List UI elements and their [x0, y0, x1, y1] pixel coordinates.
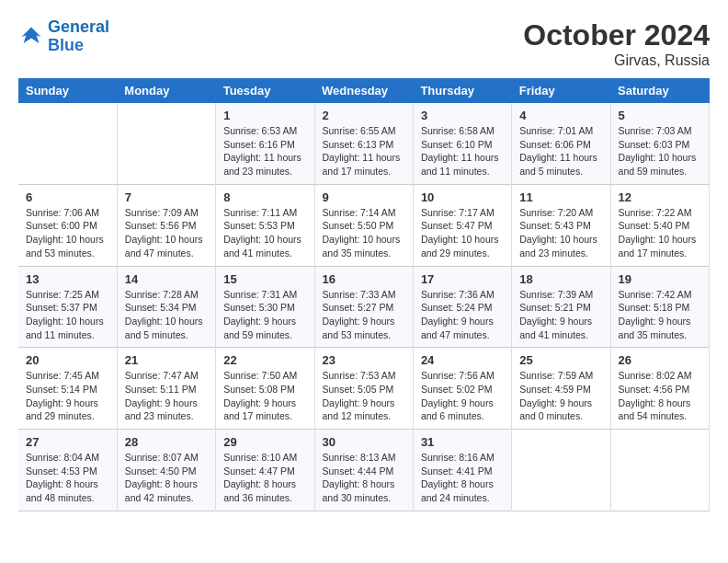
- day-of-week-header: Friday: [512, 78, 610, 103]
- day-number: 31: [421, 435, 504, 449]
- day-details: Sunrise: 7:14 AMSunset: 5:50 PMDaylight:…: [323, 206, 405, 260]
- calendar-day-cell: 4Sunrise: 7:01 AMSunset: 6:06 PMDaylight…: [512, 103, 610, 184]
- day-of-week-header: Wednesday: [314, 78, 413, 103]
- day-details: Sunrise: 7:06 AMSunset: 6:00 PMDaylight:…: [26, 206, 109, 260]
- day-number: 1: [223, 109, 306, 122]
- day-details: Sunrise: 7:17 AMSunset: 5:47 PMDaylight:…: [421, 206, 504, 260]
- day-number: 25: [519, 353, 602, 367]
- day-details: Sunrise: 8:16 AMSunset: 4:41 PMDaylight:…: [421, 451, 504, 505]
- day-details: Sunrise: 7:42 AMSunset: 5:18 PMDaylight:…: [619, 288, 701, 342]
- day-number: 24: [421, 353, 504, 367]
- day-number: 26: [619, 353, 701, 367]
- calendar-week-row: 27Sunrise: 8:04 AMSunset: 4:53 PMDayligh…: [18, 430, 710, 511]
- calendar-day-cell: 11Sunrise: 7:20 AMSunset: 5:43 PMDayligh…: [512, 184, 610, 266]
- day-number: 9: [323, 190, 405, 204]
- calendar-day-cell: 20Sunrise: 7:45 AMSunset: 5:14 PMDayligh…: [18, 348, 117, 430]
- day-of-week-header: Thursday: [413, 78, 511, 103]
- day-number: 18: [519, 272, 602, 286]
- logo-line1: General: [48, 17, 109, 36]
- calendar-day-cell: 22Sunrise: 7:50 AMSunset: 5:08 PMDayligh…: [216, 348, 314, 430]
- day-number: 7: [125, 190, 208, 204]
- calendar-header-row: SundayMondayTuesdayWednesdayThursdayFrid…: [18, 78, 710, 103]
- calendar-day-cell: 2Sunrise: 6:55 AMSunset: 6:13 PMDaylight…: [314, 103, 413, 184]
- day-number: 21: [125, 353, 208, 367]
- day-number: 14: [125, 272, 208, 286]
- location-subtitle: Girvas, Russia: [523, 52, 710, 69]
- calendar-day-cell: 27Sunrise: 8:04 AMSunset: 4:53 PMDayligh…: [18, 430, 117, 511]
- day-details: Sunrise: 7:31 AMSunset: 5:30 PMDaylight:…: [223, 288, 306, 342]
- day-details: Sunrise: 7:47 AMSunset: 5:11 PMDaylight:…: [125, 369, 208, 423]
- day-of-week-header: Sunday: [18, 78, 117, 103]
- title-block: October 2024 Girvas, Russia: [523, 18, 710, 69]
- calendar-day-cell: [512, 430, 610, 511]
- calendar-week-row: 1Sunrise: 6:53 AMSunset: 6:16 PMDaylight…: [18, 103, 710, 184]
- calendar-day-cell: 19Sunrise: 7:42 AMSunset: 5:18 PMDayligh…: [610, 266, 709, 348]
- calendar-day-cell: 15Sunrise: 7:31 AMSunset: 5:30 PMDayligh…: [216, 266, 314, 348]
- calendar-day-cell: 3Sunrise: 6:58 AMSunset: 6:10 PMDaylight…: [413, 103, 511, 184]
- day-number: 20: [26, 353, 109, 367]
- calendar-day-cell: 12Sunrise: 7:22 AMSunset: 5:40 PMDayligh…: [610, 184, 709, 266]
- day-details: Sunrise: 7:01 AMSunset: 6:06 PMDaylight:…: [519, 124, 602, 178]
- logo-icon: [18, 24, 44, 50]
- day-details: Sunrise: 7:03 AMSunset: 6:03 PMDaylight:…: [619, 124, 701, 178]
- day-of-week-header: Tuesday: [216, 78, 314, 103]
- day-number: 6: [26, 190, 109, 204]
- day-details: Sunrise: 7:28 AMSunset: 5:34 PMDaylight:…: [125, 288, 208, 342]
- day-number: 23: [323, 353, 405, 367]
- calendar-day-cell: 17Sunrise: 7:36 AMSunset: 5:24 PMDayligh…: [413, 266, 511, 348]
- calendar-day-cell: 28Sunrise: 8:07 AMSunset: 4:50 PMDayligh…: [117, 430, 215, 511]
- day-number: 3: [421, 109, 504, 122]
- calendar-week-row: 20Sunrise: 7:45 AMSunset: 5:14 PMDayligh…: [18, 348, 710, 430]
- day-number: 19: [619, 272, 701, 286]
- day-number: 15: [223, 272, 306, 286]
- calendar-day-cell: 6Sunrise: 7:06 AMSunset: 6:00 PMDaylight…: [18, 184, 117, 266]
- day-number: 16: [323, 272, 405, 286]
- calendar-table: SundayMondayTuesdayWednesdayThursdayFrid…: [18, 78, 710, 511]
- calendar-day-cell: 7Sunrise: 7:09 AMSunset: 5:56 PMDaylight…: [117, 184, 215, 266]
- day-details: Sunrise: 7:39 AMSunset: 5:21 PMDaylight:…: [519, 288, 602, 342]
- day-number: 2: [323, 109, 405, 122]
- day-details: Sunrise: 8:02 AMSunset: 4:56 PMDaylight:…: [619, 369, 701, 423]
- day-details: Sunrise: 7:09 AMSunset: 5:56 PMDaylight:…: [125, 206, 208, 260]
- day-details: Sunrise: 7:45 AMSunset: 5:14 PMDaylight:…: [26, 369, 109, 423]
- day-number: 29: [223, 435, 306, 449]
- day-number: 12: [619, 190, 701, 204]
- svg-marker-0: [22, 27, 41, 43]
- calendar-day-cell: [610, 430, 709, 511]
- day-number: 8: [223, 190, 306, 204]
- logo-text: General Blue: [48, 18, 109, 55]
- day-details: Sunrise: 7:36 AMSunset: 5:24 PMDaylight:…: [421, 288, 504, 342]
- calendar-day-cell: 14Sunrise: 7:28 AMSunset: 5:34 PMDayligh…: [117, 266, 215, 348]
- day-details: Sunrise: 7:56 AMSunset: 5:02 PMDaylight:…: [421, 369, 504, 423]
- calendar-day-cell: 31Sunrise: 8:16 AMSunset: 4:41 PMDayligh…: [413, 430, 511, 511]
- day-details: Sunrise: 7:11 AMSunset: 5:53 PMDaylight:…: [223, 206, 306, 260]
- day-details: Sunrise: 7:50 AMSunset: 5:08 PMDaylight:…: [223, 369, 306, 423]
- calendar-day-cell: 5Sunrise: 7:03 AMSunset: 6:03 PMDaylight…: [610, 103, 709, 184]
- calendar-day-cell: [18, 103, 117, 184]
- calendar-day-cell: 25Sunrise: 7:59 AMSunset: 4:59 PMDayligh…: [512, 348, 610, 430]
- calendar-day-cell: 10Sunrise: 7:17 AMSunset: 5:47 PMDayligh…: [413, 184, 511, 266]
- day-number: 13: [26, 272, 109, 286]
- day-details: Sunrise: 7:20 AMSunset: 5:43 PMDaylight:…: [519, 206, 602, 260]
- day-details: Sunrise: 7:59 AMSunset: 4:59 PMDaylight:…: [519, 369, 602, 423]
- day-details: Sunrise: 7:22 AMSunset: 5:40 PMDaylight:…: [619, 206, 701, 260]
- day-details: Sunrise: 7:33 AMSunset: 5:27 PMDaylight:…: [323, 288, 405, 342]
- calendar-day-cell: 16Sunrise: 7:33 AMSunset: 5:27 PMDayligh…: [314, 266, 413, 348]
- calendar-day-cell: 23Sunrise: 7:53 AMSunset: 5:05 PMDayligh…: [314, 348, 413, 430]
- page-header: General Blue October 2024 Girvas, Russia: [18, 18, 710, 69]
- logo: General Blue: [18, 18, 109, 55]
- day-details: Sunrise: 6:55 AMSunset: 6:13 PMDaylight:…: [323, 124, 405, 178]
- day-number: 17: [421, 272, 504, 286]
- logo-line2: Blue: [48, 36, 84, 54]
- day-number: 4: [519, 109, 602, 122]
- day-details: Sunrise: 8:04 AMSunset: 4:53 PMDaylight:…: [26, 451, 109, 505]
- calendar-day-cell: 21Sunrise: 7:47 AMSunset: 5:11 PMDayligh…: [117, 348, 215, 430]
- calendar-day-cell: 26Sunrise: 8:02 AMSunset: 4:56 PMDayligh…: [610, 348, 709, 430]
- day-of-week-header: Saturday: [610, 78, 709, 103]
- day-number: 27: [26, 435, 109, 449]
- day-details: Sunrise: 6:58 AMSunset: 6:10 PMDaylight:…: [421, 124, 504, 178]
- day-number: 10: [421, 190, 504, 204]
- day-number: 28: [125, 435, 208, 449]
- day-details: Sunrise: 8:10 AMSunset: 4:47 PMDaylight:…: [223, 451, 306, 505]
- day-details: Sunrise: 7:25 AMSunset: 5:37 PMDaylight:…: [26, 288, 109, 342]
